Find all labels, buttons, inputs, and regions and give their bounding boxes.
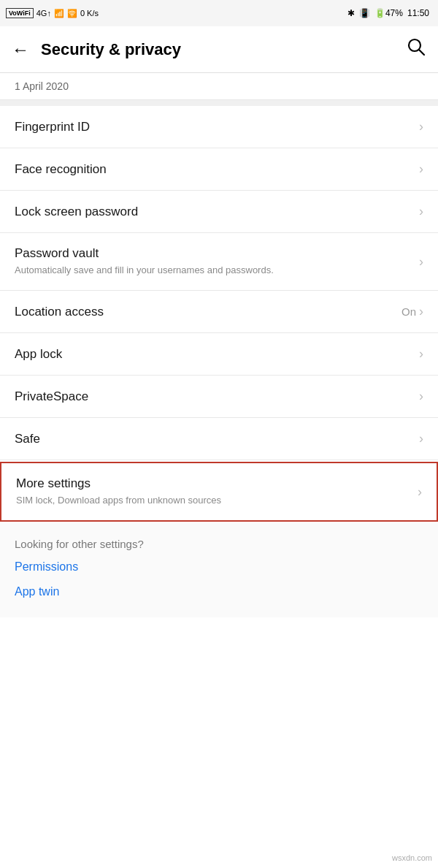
settings-item-privatespace[interactable]: PrivateSpace › [0, 376, 438, 418]
search-button[interactable] [406, 37, 426, 62]
settings-item-content-fingerprint: Fingerprint ID [15, 120, 419, 134]
network-bars: 📶 [54, 9, 64, 18]
settings-item-content-locationaccess: Location access [15, 305, 402, 319]
settings-item-right-moresettings: › [418, 484, 422, 500]
chevron-icon-fingerprint: › [419, 119, 423, 134]
settings-item-content-privatespace: PrivateSpace [15, 389, 419, 404]
vowifi-indicator: VoWiFi [6, 8, 34, 18]
settings-item-subtitle-passwordvault: Automatically save and fill in your user… [15, 264, 419, 277]
search-icon [406, 37, 426, 57]
other-settings-title: Looking for other settings? [15, 538, 423, 550]
chevron-icon-applock: › [419, 346, 423, 362]
permissions-link[interactable]: Permissions [15, 560, 423, 574]
settings-item-right-privatespace: › [419, 389, 423, 404]
settings-item-passwordvault[interactable]: Password vault Automatically save and fi… [0, 233, 438, 291]
app-twin-link[interactable]: App twin [15, 585, 423, 598]
svg-point-0 [409, 39, 420, 51]
settings-item-title-applock: App lock [15, 347, 419, 362]
settings-item-right-locationaccess: On › [402, 304, 423, 319]
settings-item-lockscreen[interactable]: Lock screen password › [0, 191, 438, 233]
back-button[interactable]: ← [12, 39, 29, 60]
chevron-icon-moresettings: › [418, 484, 422, 500]
settings-item-content-passwordvault: Password vault Automatically save and fi… [15, 246, 419, 277]
settings-item-content-face: Face recognition [15, 162, 419, 177]
header: ← Security & privacy [0, 26, 438, 73]
svg-line-1 [420, 50, 425, 56]
settings-item-title-fingerprint: Fingerprint ID [15, 120, 419, 134]
clock: 11:50 [407, 8, 429, 18]
settings-item-moresettings[interactable]: More settings SIM lock, Download apps fr… [0, 462, 438, 522]
wifi-icon: 🛜 [67, 9, 77, 18]
date-label: 1 April 2020 [0, 73, 438, 100]
settings-item-right-face: › [419, 161, 423, 177]
settings-item-content-safe: Safe [15, 432, 419, 446]
settings-item-face[interactable]: Face recognition › [0, 148, 438, 191]
settings-item-right-safe: › [419, 431, 423, 446]
settings-item-title-privatespace: PrivateSpace [15, 389, 419, 404]
chevron-icon-safe: › [419, 431, 423, 446]
settings-item-content-applock: App lock [15, 347, 419, 362]
settings-item-applock[interactable]: App lock › [0, 333, 438, 376]
chevron-icon-passwordvault: › [419, 254, 423, 270]
settings-item-content-lockscreen: Lock screen password [15, 205, 419, 219]
settings-item-subtitle-moresettings: SIM lock, Download apps from unknown sou… [16, 494, 418, 507]
chevron-icon-locationaccess: › [419, 304, 423, 319]
settings-list: Fingerprint ID › Face recognition › Lock… [0, 106, 438, 522]
vibrate-icon: 📳 [359, 8, 370, 18]
settings-item-safe[interactable]: Safe › [0, 418, 438, 460]
settings-item-right-passwordvault: › [419, 254, 423, 270]
chevron-icon-face: › [419, 161, 423, 177]
data-speed: 0 K/s [80, 9, 99, 18]
settings-item-fingerprint[interactable]: Fingerprint ID › [0, 106, 438, 148]
section-divider-top [0, 100, 438, 106]
chevron-icon-privatespace: › [419, 389, 423, 404]
settings-item-title-lockscreen: Lock screen password [15, 205, 419, 219]
watermark: wsxdn.com [392, 853, 432, 862]
settings-item-right-lockscreen: › [419, 204, 423, 219]
settings-item-title-passwordvault: Password vault [15, 246, 419, 261]
settings-item-value-locationaccess: On [402, 305, 416, 318]
settings-item-title-face: Face recognition [15, 162, 419, 177]
settings-item-right-applock: › [419, 346, 423, 362]
settings-item-right-fingerprint: › [419, 119, 423, 134]
settings-item-title-moresettings: More settings [16, 476, 418, 491]
signal-strength: 4G↑ [36, 9, 51, 18]
page-title: Security & privacy [41, 40, 406, 59]
other-settings-section: Looking for other settings? Permissions … [0, 523, 438, 617]
settings-item-title-safe: Safe [15, 432, 419, 446]
bluetooth-icon: ✱ [347, 8, 355, 18]
settings-item-locationaccess[interactable]: Location access On › [0, 291, 438, 333]
settings-item-title-locationaccess: Location access [15, 305, 402, 319]
chevron-icon-lockscreen: › [419, 204, 423, 219]
battery-indicator: 🔋47% [374, 8, 403, 18]
status-bar-left: VoWiFi 4G↑ 📶 🛜 0 K/s [6, 8, 99, 18]
settings-item-content-moresettings: More settings SIM lock, Download apps fr… [16, 476, 418, 507]
status-bar: VoWiFi 4G↑ 📶 🛜 0 K/s ✱ 📳 🔋47% 11:50 [0, 0, 438, 26]
status-bar-right: ✱ 📳 🔋47% 11:50 [347, 8, 429, 18]
